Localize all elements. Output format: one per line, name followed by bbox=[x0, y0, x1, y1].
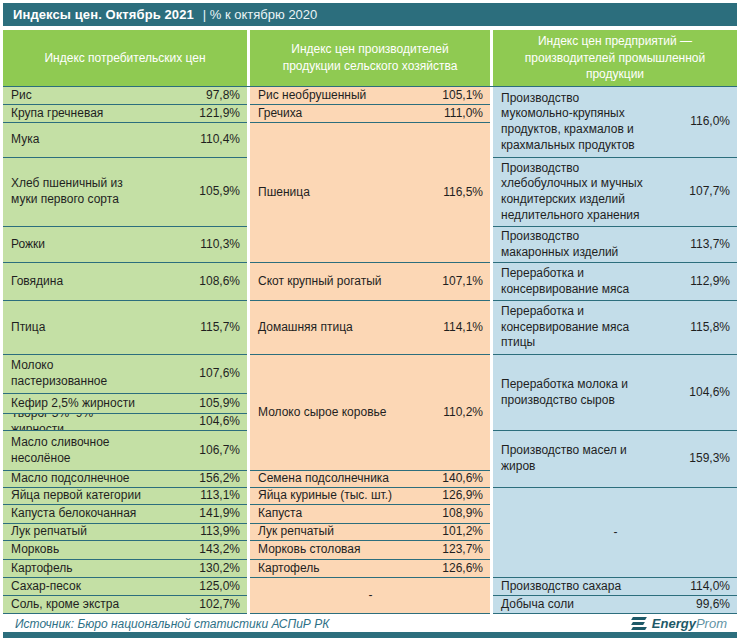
cell-value: 140,6% bbox=[442, 471, 483, 487]
infographic-page: Индексы цен. Октябрь 2021 | % к октябрю … bbox=[0, 0, 740, 639]
cell-value: 99,6% bbox=[696, 597, 730, 613]
cell-label: Рожки bbox=[11, 237, 45, 253]
cell-value: 107,1% bbox=[442, 274, 483, 290]
table-cell: Сахар-песок125,0% bbox=[3, 578, 247, 596]
cell-label: Творог 5%–9% жирности bbox=[11, 414, 143, 431]
cell-label: Лук репчатый bbox=[11, 524, 87, 540]
table-cell: Капуста108,9% bbox=[250, 505, 490, 524]
cell-label: Капуста bbox=[258, 506, 302, 522]
table-cell: Производство макаронных изделий113,7% bbox=[493, 227, 737, 263]
cell-label: Рис bbox=[11, 88, 32, 104]
cell-label: Пшеница bbox=[258, 185, 310, 201]
table-cell: Переработка молока и производство сыров1… bbox=[493, 355, 737, 431]
cell-value: 141,9% bbox=[199, 506, 240, 522]
cell-value: 143,2% bbox=[199, 542, 240, 558]
table-cell: Кефир 2,5% жирности105,9% bbox=[3, 394, 247, 414]
cell-value: 121,9% bbox=[199, 106, 240, 122]
bottom-accent-bar bbox=[3, 632, 737, 638]
cell-label: Морковь столовая bbox=[258, 542, 361, 558]
logo-text-light: Prom bbox=[696, 616, 727, 631]
table-cell: Гречиха111,0% bbox=[250, 105, 490, 123]
table-cell: Скот крупный рогатый107,1% bbox=[250, 263, 490, 301]
cell-label: Яйца первой категории bbox=[11, 488, 141, 504]
table-cell: - bbox=[493, 488, 737, 578]
cell-label: Добыча соли bbox=[501, 597, 574, 613]
table-cell: Яйца первой категории113,1% bbox=[3, 488, 247, 505]
table-body: Рис97,8%Крупа гречневая121,9%Мука110,4%Х… bbox=[3, 86, 737, 614]
column-header-consumer-price-index: Индекс потребительских цен bbox=[3, 30, 247, 86]
table-cell: Масло сливочное несолёное106,7% bbox=[3, 431, 247, 471]
cell-value: 114,0% bbox=[690, 579, 730, 595]
cell-label: Капуста белокочанная bbox=[11, 506, 136, 522]
cell-label: Масло сливочное несолёное bbox=[11, 435, 143, 466]
cell-label: Молоко сырое коровье bbox=[258, 405, 386, 421]
title-bar: Индексы цен. Октябрь 2021 | % к октябрю … bbox=[3, 3, 737, 26]
cell-label: Яйца куриные (тыс. шт.) bbox=[258, 488, 392, 504]
cell-value: 116,5% bbox=[443, 185, 483, 201]
table-cell: Домашняя птица114,1% bbox=[250, 301, 490, 355]
cell-value: 130,2% bbox=[199, 561, 240, 577]
cell-value: 123,7% bbox=[442, 542, 483, 558]
cell-label: Производство масел и жиров bbox=[501, 443, 643, 474]
table-cell: Капуста белокочанная141,9% bbox=[3, 505, 247, 524]
cell-label: Хлеб пшеничный из муки первого сорта bbox=[11, 176, 143, 207]
table-cell: Масло подсолнечное156,2% bbox=[3, 471, 247, 488]
cell-value: 115,8% bbox=[690, 320, 730, 336]
table-cell: Творог 5%–9% жирности104,6% bbox=[3, 414, 247, 431]
table-cell: Молоко пастеризованное107,6% bbox=[3, 355, 247, 394]
table-cell: Морковь столовая123,7% bbox=[250, 541, 490, 560]
cell-label: Скот крупный рогатый bbox=[258, 274, 382, 290]
cell-label: Производство сахара bbox=[501, 579, 621, 595]
cell-label: - bbox=[614, 525, 618, 541]
table-cell: Лук репчатый101,2% bbox=[250, 524, 490, 541]
table-cell: Хлеб пшеничный из муки первого сорта105,… bbox=[3, 158, 247, 227]
cell-label: Морковь bbox=[11, 542, 59, 558]
table-cell: Птица115,7% bbox=[3, 301, 247, 355]
cell-value: 116,0% bbox=[690, 114, 730, 130]
table-cell: Производство масел и жиров159,3% bbox=[493, 431, 737, 488]
cell-label: Говядина bbox=[11, 274, 63, 290]
cell-value: 101,2% bbox=[442, 524, 483, 540]
table-cell: Рис необрушенный105,1% bbox=[250, 87, 490, 105]
cell-value: 110,4% bbox=[200, 132, 240, 148]
cell-label: Птица bbox=[11, 320, 45, 336]
energyprom-logo-icon bbox=[632, 617, 647, 630]
cell-label: Кефир 2,5% жирности bbox=[11, 396, 135, 412]
cell-label: Гречиха bbox=[258, 106, 302, 122]
table-cell: Морковь143,2% bbox=[3, 541, 247, 560]
cell-label: Крупа гречневая bbox=[11, 106, 103, 122]
cell-label: Производство макаронных изделий bbox=[501, 229, 643, 260]
table-cell: Семена подсолнечника140,6% bbox=[250, 471, 490, 488]
table-cell: Картофель130,2% bbox=[3, 560, 247, 578]
cell-value: 110,2% bbox=[443, 405, 483, 421]
table-cell: Производство мукомольно-крупяных продукт… bbox=[493, 87, 737, 158]
cell-label: Домашняя птица bbox=[258, 320, 353, 336]
cell-label: Молоко пастеризованное bbox=[11, 358, 143, 389]
table-cell: - bbox=[250, 578, 490, 614]
cell-value: 111,0% bbox=[444, 106, 483, 122]
table-cell: Рис97,8% bbox=[3, 87, 247, 105]
logo-text-bold: Energy bbox=[652, 616, 696, 631]
cell-value: 105,9% bbox=[199, 396, 240, 412]
source-text: Источник: Бюро национальной статистики А… bbox=[15, 617, 329, 631]
cell-value: 108,9% bbox=[442, 506, 483, 522]
cell-label: Мука bbox=[11, 132, 39, 148]
cell-value: 113,7% bbox=[690, 237, 730, 253]
table-cell: Яйца куриные (тыс. шт.)126,9% bbox=[250, 488, 490, 505]
table-cell: Крупа гречневая121,9% bbox=[3, 105, 247, 123]
cell-label: - bbox=[369, 588, 373, 604]
cell-value: 106,7% bbox=[199, 443, 240, 459]
table-cell: Говядина108,6% bbox=[3, 263, 247, 301]
cell-value: 107,6% bbox=[199, 366, 240, 382]
cell-value: 159,3% bbox=[689, 451, 730, 467]
table-cell: Производство сахара114,0% bbox=[493, 578, 737, 596]
table-cell: Пшеница116,5% bbox=[250, 123, 490, 263]
cell-value: 125,0% bbox=[199, 579, 240, 595]
cell-value: 126,9% bbox=[442, 488, 483, 504]
cell-value: 104,6% bbox=[199, 414, 240, 430]
table-cell: Молоко сырое коровье110,2% bbox=[250, 355, 490, 471]
column-header-industrial-producer-price-index: Индекс цен предприятий — производителей … bbox=[493, 30, 737, 86]
table-cell: Лук репчатый113,9% bbox=[3, 524, 247, 541]
cell-value: 113,1% bbox=[200, 488, 240, 504]
cell-value: 108,6% bbox=[199, 274, 240, 290]
